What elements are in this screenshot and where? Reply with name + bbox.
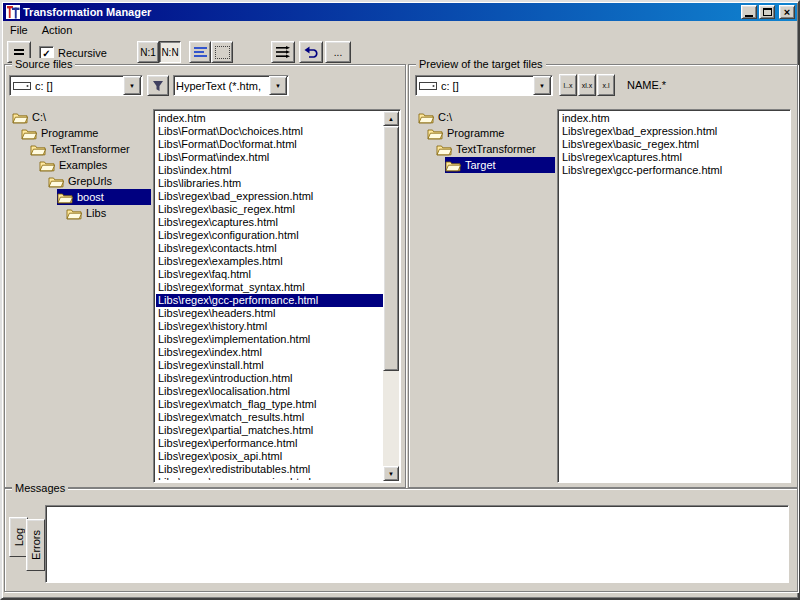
file-item[interactable]: Libs\Format\index.html (156, 151, 383, 164)
minimize-button[interactable] (741, 5, 757, 19)
file-item[interactable]: Libs\index.html (156, 164, 383, 177)
tree-item-programme[interactable]: Programme (9, 125, 151, 141)
tree-cell: Programme (427, 125, 555, 141)
file-item[interactable]: Libs\regex\contacts.html (156, 242, 383, 255)
source-drive-value: c: [] (33, 80, 123, 92)
file-item[interactable]: Libs\regex\reg_expression.html (156, 476, 383, 480)
file-item[interactable]: Libs\regex\examples.html (156, 255, 383, 268)
tree-item-c[interactable]: C:\ (415, 109, 555, 125)
tree-item-examples[interactable]: Examples (9, 157, 151, 173)
line-list-button[interactable] (189, 41, 211, 63)
target-preview-group-label: Preview of the target files (416, 58, 546, 70)
n-to-1-button[interactable]: N:1 (137, 41, 159, 63)
file-item[interactable]: Libs\regex\basic_regex.html (560, 138, 788, 151)
target-drive-select[interactable]: c: [] ▼ (415, 75, 553, 96)
dropdown-arrow-icon[interactable]: ▼ (123, 76, 141, 95)
file-item[interactable]: Libs\regex\partial_matches.html (156, 424, 383, 437)
scrollbar-track[interactable] (383, 126, 399, 466)
tree-item-label: TextTransformer (456, 143, 536, 155)
folder-icon (21, 127, 37, 140)
tree-cell: Libs (66, 205, 151, 221)
browse-button[interactable]: ... (325, 41, 351, 63)
folder-icon (12, 111, 28, 124)
tree-item-label: Programme (41, 127, 98, 139)
file-item[interactable]: Libs\regex\basic_regex.html (156, 203, 383, 216)
tree-cell: C:\ (418, 109, 555, 125)
target-file-rows: index.htmLibs\regex\bad_expression.htmlL… (560, 112, 788, 480)
file-item[interactable]: Libs\Format\Doc\format.html (156, 138, 383, 151)
file-item[interactable]: Libs\regex\gcc-performance.html (156, 294, 383, 307)
tree-item-label: Examples (59, 159, 107, 171)
file-item[interactable]: Libs\regex\install.html (156, 359, 383, 372)
file-item[interactable]: Libs\libraries.htm (156, 177, 383, 190)
file-item[interactable]: Libs\regex\performance.html (156, 437, 383, 450)
tree-item-boost[interactable]: boost (9, 189, 151, 205)
folder-icon (436, 143, 452, 156)
file-item[interactable]: Libs\regex\index.html (156, 346, 383, 359)
filter-button[interactable] (147, 75, 169, 96)
menu-file[interactable]: File (3, 22, 35, 38)
scrollbar-thumb[interactable] (383, 126, 399, 371)
file-item[interactable]: index.htm (156, 112, 383, 125)
menu-action[interactable]: Action (35, 22, 80, 38)
scroll-down-button[interactable]: ▼ (383, 466, 399, 481)
name-pattern-label: NAME.* (627, 79, 666, 91)
target-preview-group: Preview of the target files c: [] ▼ l..x… (408, 64, 798, 488)
target-file-list: index.htmLibs\regex\bad_expression.htmlL… (557, 109, 791, 483)
tree-item-programme[interactable]: Programme (415, 125, 555, 141)
name-pattern-button-3[interactable]: x.l (597, 74, 615, 96)
tree-cell: C:\ (12, 109, 151, 125)
tree-item-texttransformer[interactable]: TextTransformer (9, 141, 151, 157)
undo-icon (304, 46, 319, 59)
undo-button[interactable] (299, 41, 323, 63)
tab-errors[interactable]: Errors (26, 519, 45, 571)
close-button[interactable]: × (779, 5, 795, 19)
scroll-up-button[interactable]: ▲ (383, 111, 399, 126)
vertical-scrollbar[interactable]: ▲ ▼ (383, 111, 399, 481)
file-item[interactable]: Libs\regex\implementation.html (156, 333, 383, 346)
file-item[interactable]: Libs\regex\gcc-performance.html (560, 164, 788, 177)
file-item[interactable]: Libs\regex\redistributables.html (156, 463, 383, 476)
file-item[interactable]: Libs\regex\configuration.html (156, 229, 383, 242)
tree-item-libs[interactable]: Libs (9, 205, 151, 221)
file-item[interactable]: Libs\regex\introduction.html (156, 372, 383, 385)
tree-cell: Target (445, 157, 555, 173)
folder-icon (418, 111, 434, 124)
source-drive-select[interactable]: c: [] ▼ (9, 75, 143, 96)
transform-button[interactable] (271, 41, 295, 63)
n-to-n-button[interactable]: N:N (159, 41, 181, 63)
file-item[interactable]: Libs\regex\localisation.html (156, 385, 383, 398)
file-item[interactable]: Libs\regex\captures.html (156, 216, 383, 229)
close-icon: × (784, 7, 790, 17)
dotted-frame-button[interactable] (211, 41, 233, 63)
name-pattern-button-2[interactable]: xl.x (578, 74, 596, 96)
file-item[interactable]: Libs\regex\bad_expression.html (560, 125, 788, 138)
dropdown-arrow-icon[interactable]: ▼ (533, 76, 551, 95)
file-item[interactable]: Libs\regex\match_flag_type.html (156, 398, 383, 411)
log-output-area[interactable] (45, 505, 789, 583)
file-item[interactable]: Libs\regex\headers.html (156, 307, 383, 320)
file-item[interactable]: Libs\Format\Doc\choices.html (156, 125, 383, 138)
file-item[interactable]: Libs\regex\match_results.html (156, 411, 383, 424)
tree-item-label: C:\ (32, 111, 46, 123)
maximize-button[interactable] (759, 5, 775, 19)
file-item[interactable]: Libs\regex\format_syntax.html (156, 281, 383, 294)
tree-item-c[interactable]: C:\ (9, 109, 151, 125)
file-item[interactable]: Libs\regex\captures.html (560, 151, 788, 164)
tree-item-grepurls[interactable]: GrepUrls (9, 173, 151, 189)
file-item[interactable]: Libs\regex\faq.html (156, 268, 383, 281)
messages-group-label: Messages (12, 482, 68, 494)
source-file-list: index.htmLibs\Format\Doc\choices.htmlLib… (153, 109, 401, 483)
file-item[interactable]: Libs\regex\bad_expression.html (156, 190, 383, 203)
tree-item-label: C:\ (438, 111, 452, 123)
file-item[interactable]: Libs\regex\history.html (156, 320, 383, 333)
name-pattern-button-1[interactable]: l..x (559, 74, 577, 96)
toolbar: ✓ Recursive N:1 N:N ... (3, 39, 797, 65)
tree-item-target[interactable]: Target (415, 157, 555, 173)
tree-item-texttransformer[interactable]: TextTransformer (415, 141, 555, 157)
file-item[interactable]: Libs\regex\posix_api.html (156, 450, 383, 463)
dropdown-arrow-icon[interactable]: ▼ (269, 76, 287, 95)
source-filetype-select[interactable]: HyperText (*.htm, ▼ (173, 75, 289, 96)
minimize-icon (745, 15, 753, 17)
file-item[interactable]: index.htm (560, 112, 788, 125)
